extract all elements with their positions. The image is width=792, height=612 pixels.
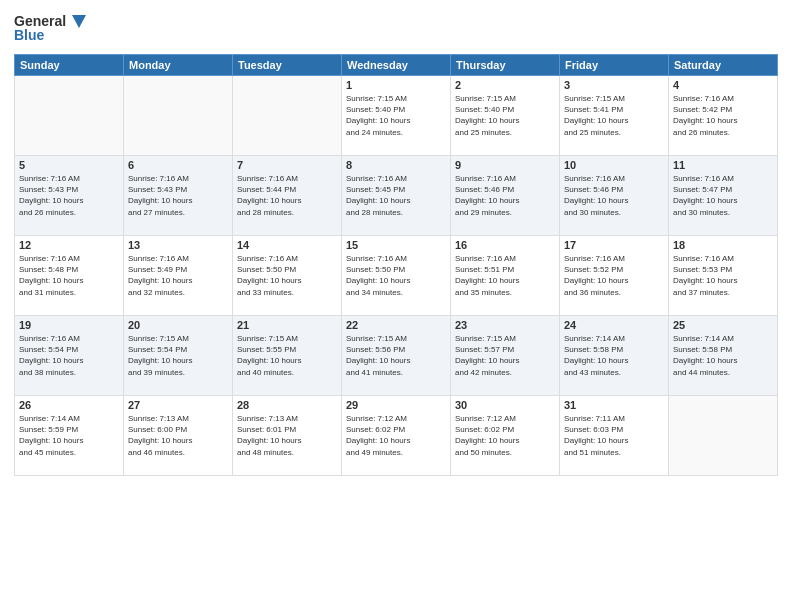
day-number: 20 [128, 319, 228, 331]
day-number: 8 [346, 159, 446, 171]
day-number: 10 [564, 159, 664, 171]
calendar-cell: 11Sunrise: 7:16 AM Sunset: 5:47 PM Dayli… [669, 156, 778, 236]
day-info: Sunrise: 7:16 AM Sunset: 5:43 PM Dayligh… [19, 173, 119, 218]
calendar-cell: 14Sunrise: 7:16 AM Sunset: 5:50 PM Dayli… [233, 236, 342, 316]
day-info: Sunrise: 7:12 AM Sunset: 6:02 PM Dayligh… [346, 413, 446, 458]
day-info: Sunrise: 7:15 AM Sunset: 5:40 PM Dayligh… [346, 93, 446, 138]
calendar-cell: 19Sunrise: 7:16 AM Sunset: 5:54 PM Dayli… [15, 316, 124, 396]
day-number: 25 [673, 319, 773, 331]
calendar-cell: 15Sunrise: 7:16 AM Sunset: 5:50 PM Dayli… [342, 236, 451, 316]
day-number: 11 [673, 159, 773, 171]
header: General Blue [14, 10, 778, 46]
weekday-header-row: SundayMondayTuesdayWednesdayThursdayFrid… [15, 55, 778, 76]
day-info: Sunrise: 7:16 AM Sunset: 5:49 PM Dayligh… [128, 253, 228, 298]
calendar-cell: 18Sunrise: 7:16 AM Sunset: 5:53 PM Dayli… [669, 236, 778, 316]
calendar-cell: 26Sunrise: 7:14 AM Sunset: 5:59 PM Dayli… [15, 396, 124, 476]
calendar-cell: 12Sunrise: 7:16 AM Sunset: 5:48 PM Dayli… [15, 236, 124, 316]
day-number: 6 [128, 159, 228, 171]
calendar-cell: 30Sunrise: 7:12 AM Sunset: 6:02 PM Dayli… [451, 396, 560, 476]
calendar-cell [669, 396, 778, 476]
calendar-cell [15, 76, 124, 156]
day-number: 5 [19, 159, 119, 171]
day-info: Sunrise: 7:16 AM Sunset: 5:50 PM Dayligh… [346, 253, 446, 298]
calendar-cell: 3Sunrise: 7:15 AM Sunset: 5:41 PM Daylig… [560, 76, 669, 156]
day-info: Sunrise: 7:12 AM Sunset: 6:02 PM Dayligh… [455, 413, 555, 458]
day-number: 12 [19, 239, 119, 251]
day-number: 2 [455, 79, 555, 91]
logo: General Blue [14, 10, 94, 46]
day-number: 31 [564, 399, 664, 411]
weekday-header-sunday: Sunday [15, 55, 124, 76]
calendar-cell: 5Sunrise: 7:16 AM Sunset: 5:43 PM Daylig… [15, 156, 124, 236]
day-info: Sunrise: 7:16 AM Sunset: 5:45 PM Dayligh… [346, 173, 446, 218]
day-info: Sunrise: 7:15 AM Sunset: 5:57 PM Dayligh… [455, 333, 555, 378]
day-number: 22 [346, 319, 446, 331]
calendar-table: SundayMondayTuesdayWednesdayThursdayFrid… [14, 54, 778, 476]
weekday-header-friday: Friday [560, 55, 669, 76]
day-info: Sunrise: 7:15 AM Sunset: 5:55 PM Dayligh… [237, 333, 337, 378]
calendar-cell: 6Sunrise: 7:16 AM Sunset: 5:43 PM Daylig… [124, 156, 233, 236]
calendar-cell: 8Sunrise: 7:16 AM Sunset: 5:45 PM Daylig… [342, 156, 451, 236]
day-info: Sunrise: 7:13 AM Sunset: 6:00 PM Dayligh… [128, 413, 228, 458]
week-row-3: 12Sunrise: 7:16 AM Sunset: 5:48 PM Dayli… [15, 236, 778, 316]
calendar-cell: 20Sunrise: 7:15 AM Sunset: 5:54 PM Dayli… [124, 316, 233, 396]
calendar-cell: 7Sunrise: 7:16 AM Sunset: 5:44 PM Daylig… [233, 156, 342, 236]
calendar-cell: 2Sunrise: 7:15 AM Sunset: 5:40 PM Daylig… [451, 76, 560, 156]
day-number: 29 [346, 399, 446, 411]
day-number: 15 [346, 239, 446, 251]
day-number: 23 [455, 319, 555, 331]
week-row-2: 5Sunrise: 7:16 AM Sunset: 5:43 PM Daylig… [15, 156, 778, 236]
day-number: 21 [237, 319, 337, 331]
weekday-header-wednesday: Wednesday [342, 55, 451, 76]
day-info: Sunrise: 7:16 AM Sunset: 5:42 PM Dayligh… [673, 93, 773, 138]
svg-marker-2 [72, 15, 86, 28]
day-info: Sunrise: 7:14 AM Sunset: 5:58 PM Dayligh… [564, 333, 664, 378]
calendar-page: General Blue SundayMondayTuesdayWednesda… [0, 0, 792, 612]
day-info: Sunrise: 7:15 AM Sunset: 5:54 PM Dayligh… [128, 333, 228, 378]
day-info: Sunrise: 7:15 AM Sunset: 5:56 PM Dayligh… [346, 333, 446, 378]
calendar-cell: 28Sunrise: 7:13 AM Sunset: 6:01 PM Dayli… [233, 396, 342, 476]
day-info: Sunrise: 7:16 AM Sunset: 5:47 PM Dayligh… [673, 173, 773, 218]
day-number: 14 [237, 239, 337, 251]
day-number: 30 [455, 399, 555, 411]
day-number: 7 [237, 159, 337, 171]
day-number: 9 [455, 159, 555, 171]
calendar-cell: 23Sunrise: 7:15 AM Sunset: 5:57 PM Dayli… [451, 316, 560, 396]
day-info: Sunrise: 7:11 AM Sunset: 6:03 PM Dayligh… [564, 413, 664, 458]
day-number: 1 [346, 79, 446, 91]
calendar-cell: 25Sunrise: 7:14 AM Sunset: 5:58 PM Dayli… [669, 316, 778, 396]
day-number: 17 [564, 239, 664, 251]
calendar-cell [233, 76, 342, 156]
weekday-header-monday: Monday [124, 55, 233, 76]
day-number: 18 [673, 239, 773, 251]
calendar-cell: 24Sunrise: 7:14 AM Sunset: 5:58 PM Dayli… [560, 316, 669, 396]
day-number: 16 [455, 239, 555, 251]
calendar-cell: 22Sunrise: 7:15 AM Sunset: 5:56 PM Dayli… [342, 316, 451, 396]
week-row-5: 26Sunrise: 7:14 AM Sunset: 5:59 PM Dayli… [15, 396, 778, 476]
calendar-cell: 9Sunrise: 7:16 AM Sunset: 5:46 PM Daylig… [451, 156, 560, 236]
day-info: Sunrise: 7:15 AM Sunset: 5:41 PM Dayligh… [564, 93, 664, 138]
day-info: Sunrise: 7:15 AM Sunset: 5:40 PM Dayligh… [455, 93, 555, 138]
calendar-cell: 29Sunrise: 7:12 AM Sunset: 6:02 PM Dayli… [342, 396, 451, 476]
day-info: Sunrise: 7:16 AM Sunset: 5:46 PM Dayligh… [564, 173, 664, 218]
day-number: 26 [19, 399, 119, 411]
day-info: Sunrise: 7:14 AM Sunset: 5:59 PM Dayligh… [19, 413, 119, 458]
week-row-4: 19Sunrise: 7:16 AM Sunset: 5:54 PM Dayli… [15, 316, 778, 396]
logo-svg: General Blue [14, 10, 94, 46]
day-info: Sunrise: 7:16 AM Sunset: 5:48 PM Dayligh… [19, 253, 119, 298]
day-number: 27 [128, 399, 228, 411]
day-number: 24 [564, 319, 664, 331]
calendar-cell: 17Sunrise: 7:16 AM Sunset: 5:52 PM Dayli… [560, 236, 669, 316]
day-info: Sunrise: 7:16 AM Sunset: 5:43 PM Dayligh… [128, 173, 228, 218]
day-info: Sunrise: 7:16 AM Sunset: 5:46 PM Dayligh… [455, 173, 555, 218]
calendar-cell: 21Sunrise: 7:15 AM Sunset: 5:55 PM Dayli… [233, 316, 342, 396]
calendar-cell: 13Sunrise: 7:16 AM Sunset: 5:49 PM Dayli… [124, 236, 233, 316]
day-number: 19 [19, 319, 119, 331]
weekday-header-tuesday: Tuesday [233, 55, 342, 76]
day-number: 13 [128, 239, 228, 251]
calendar-cell: 4Sunrise: 7:16 AM Sunset: 5:42 PM Daylig… [669, 76, 778, 156]
calendar-cell: 16Sunrise: 7:16 AM Sunset: 5:51 PM Dayli… [451, 236, 560, 316]
day-info: Sunrise: 7:14 AM Sunset: 5:58 PM Dayligh… [673, 333, 773, 378]
svg-text:Blue: Blue [14, 27, 45, 43]
weekday-header-saturday: Saturday [669, 55, 778, 76]
